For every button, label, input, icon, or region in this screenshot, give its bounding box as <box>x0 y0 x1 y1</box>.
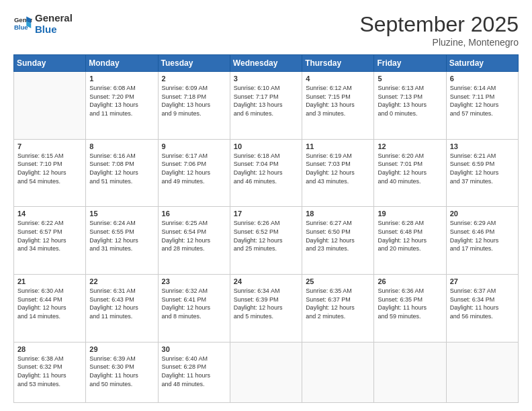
calendar-cell: 24Sunrise: 6:34 AM Sunset: 6:39 PM Dayli… <box>230 275 302 342</box>
svg-text:Blue: Blue <box>14 24 28 31</box>
calendar-cell: 25Sunrise: 6:35 AM Sunset: 6:37 PM Dayli… <box>302 275 374 342</box>
calendar-cell: 10Sunrise: 6:18 AM Sunset: 7:04 PM Dayli… <box>230 139 302 207</box>
day-number: 18 <box>306 210 370 218</box>
day-number: 13 <box>450 142 515 150</box>
calendar-cell: 2Sunrise: 6:09 AM Sunset: 7:18 PM Daylig… <box>158 72 230 140</box>
day-info: Sunrise: 6:40 AM Sunset: 6:28 PM Dayligh… <box>162 355 226 388</box>
day-number: 2 <box>162 75 226 83</box>
calendar-cell: 23Sunrise: 6:32 AM Sunset: 6:41 PM Dayli… <box>158 275 230 342</box>
calendar-cell: 26Sunrise: 6:36 AM Sunset: 6:35 PM Dayli… <box>374 275 446 342</box>
calendar-cell: 17Sunrise: 6:26 AM Sunset: 6:52 PM Dayli… <box>230 207 302 275</box>
calendar-cell: 11Sunrise: 6:19 AM Sunset: 7:03 PM Dayli… <box>302 139 374 207</box>
day-info: Sunrise: 6:09 AM Sunset: 7:18 PM Dayligh… <box>162 84 226 118</box>
day-number: 23 <box>162 277 226 285</box>
calendar-cell: 20Sunrise: 6:29 AM Sunset: 6:46 PM Dayli… <box>446 207 518 275</box>
day-number: 15 <box>89 210 154 218</box>
calendar-cell: 4Sunrise: 6:12 AM Sunset: 7:15 PM Daylig… <box>302 72 374 140</box>
logo-general: General <box>35 12 73 24</box>
day-number: 20 <box>450 210 515 218</box>
day-number: 21 <box>17 277 82 285</box>
day-info: Sunrise: 6:20 AM Sunset: 7:01 PM Dayligh… <box>378 152 442 185</box>
title-block: September 2025 Pluzine, Montenegro <box>359 12 519 48</box>
month-title: September 2025 <box>359 12 519 37</box>
calendar-cell: 16Sunrise: 6:25 AM Sunset: 6:54 PM Dayli… <box>158 207 230 275</box>
day-number: 26 <box>378 277 442 285</box>
day-number: 4 <box>306 75 370 83</box>
week-row-3: 14Sunrise: 6:22 AM Sunset: 6:57 PM Dayli… <box>14 207 519 275</box>
calendar-cell: 8Sunrise: 6:16 AM Sunset: 7:08 PM Daylig… <box>86 139 158 207</box>
day-info: Sunrise: 6:16 AM Sunset: 7:08 PM Dayligh… <box>89 152 154 185</box>
day-info: Sunrise: 6:10 AM Sunset: 7:17 PM Dayligh… <box>234 84 298 118</box>
day-info: Sunrise: 6:21 AM Sunset: 6:59 PM Dayligh… <box>450 152 515 185</box>
day-info: Sunrise: 6:13 AM Sunset: 7:13 PM Dayligh… <box>378 84 442 118</box>
day-number: 5 <box>378 75 442 83</box>
col-header-tuesday: Tuesday <box>158 55 230 72</box>
col-header-friday: Friday <box>374 55 446 72</box>
col-header-wednesday: Wednesday <box>230 55 302 72</box>
page: General Blue General Blue September 2025… <box>0 0 532 411</box>
day-info: Sunrise: 6:28 AM Sunset: 6:48 PM Dayligh… <box>378 219 442 253</box>
week-row-2: 7Sunrise: 6:15 AM Sunset: 7:10 PM Daylig… <box>14 139 519 207</box>
day-info: Sunrise: 6:32 AM Sunset: 6:41 PM Dayligh… <box>162 287 226 320</box>
calendar-cell: 15Sunrise: 6:24 AM Sunset: 6:55 PM Dayli… <box>86 207 158 275</box>
calendar-cell: 18Sunrise: 6:27 AM Sunset: 6:50 PM Dayli… <box>302 207 374 275</box>
location: Pluzine, Montenegro <box>359 37 519 48</box>
day-info: Sunrise: 6:27 AM Sunset: 6:50 PM Dayligh… <box>306 219 370 253</box>
calendar-cell <box>14 72 86 140</box>
day-number: 10 <box>234 142 298 150</box>
header: General Blue General Blue September 2025… <box>13 12 519 48</box>
day-info: Sunrise: 6:17 AM Sunset: 7:06 PM Dayligh… <box>162 152 226 185</box>
day-info: Sunrise: 6:29 AM Sunset: 6:46 PM Dayligh… <box>450 219 515 253</box>
logo-icon: General Blue <box>13 14 32 33</box>
calendar-cell: 3Sunrise: 6:10 AM Sunset: 7:17 PM Daylig… <box>230 72 302 140</box>
calendar-cell: 28Sunrise: 6:38 AM Sunset: 6:32 PM Dayli… <box>14 342 86 402</box>
calendar-cell <box>374 342 446 402</box>
day-info: Sunrise: 6:37 AM Sunset: 6:34 PM Dayligh… <box>450 287 515 320</box>
calendar-cell: 19Sunrise: 6:28 AM Sunset: 6:48 PM Dayli… <box>374 207 446 275</box>
calendar-cell <box>302 342 374 402</box>
day-info: Sunrise: 6:08 AM Sunset: 7:20 PM Dayligh… <box>89 84 154 118</box>
calendar-cell <box>230 342 302 402</box>
week-row-5: 28Sunrise: 6:38 AM Sunset: 6:32 PM Dayli… <box>14 342 519 402</box>
col-header-sunday: Sunday <box>14 55 86 72</box>
day-number: 14 <box>17 210 82 218</box>
day-number: 8 <box>89 142 154 150</box>
day-number: 1 <box>89 75 154 83</box>
day-info: Sunrise: 6:39 AM Sunset: 6:30 PM Dayligh… <box>89 355 154 388</box>
day-info: Sunrise: 6:34 AM Sunset: 6:39 PM Dayligh… <box>234 287 298 320</box>
day-info: Sunrise: 6:18 AM Sunset: 7:04 PM Dayligh… <box>234 152 298 185</box>
day-number: 19 <box>378 210 442 218</box>
calendar-cell: 12Sunrise: 6:20 AM Sunset: 7:01 PM Dayli… <box>374 139 446 207</box>
day-number: 22 <box>89 277 154 285</box>
day-info: Sunrise: 6:12 AM Sunset: 7:15 PM Dayligh… <box>306 84 370 118</box>
calendar-cell: 21Sunrise: 6:30 AM Sunset: 6:44 PM Dayli… <box>14 275 86 342</box>
calendar-cell: 27Sunrise: 6:37 AM Sunset: 6:34 PM Dayli… <box>446 275 518 342</box>
week-row-1: 1Sunrise: 6:08 AM Sunset: 7:20 PM Daylig… <box>14 72 519 140</box>
day-info: Sunrise: 6:36 AM Sunset: 6:35 PM Dayligh… <box>378 287 442 320</box>
day-number: 6 <box>450 75 515 83</box>
day-info: Sunrise: 6:15 AM Sunset: 7:10 PM Dayligh… <box>17 152 82 185</box>
day-info: Sunrise: 6:26 AM Sunset: 6:52 PM Dayligh… <box>234 219 298 253</box>
logo-blue: Blue <box>35 24 73 35</box>
col-header-monday: Monday <box>86 55 158 72</box>
day-number: 7 <box>17 142 82 150</box>
calendar-cell: 14Sunrise: 6:22 AM Sunset: 6:57 PM Dayli… <box>14 207 86 275</box>
day-info: Sunrise: 6:25 AM Sunset: 6:54 PM Dayligh… <box>162 219 226 253</box>
day-info: Sunrise: 6:38 AM Sunset: 6:32 PM Dayligh… <box>17 355 82 388</box>
day-info: Sunrise: 6:14 AM Sunset: 7:11 PM Dayligh… <box>450 84 515 118</box>
calendar-cell: 9Sunrise: 6:17 AM Sunset: 7:06 PM Daylig… <box>158 139 230 207</box>
calendar-cell: 22Sunrise: 6:31 AM Sunset: 6:43 PM Dayli… <box>86 275 158 342</box>
calendar-cell: 1Sunrise: 6:08 AM Sunset: 7:20 PM Daylig… <box>86 72 158 140</box>
col-header-thursday: Thursday <box>302 55 374 72</box>
calendar-cell: 5Sunrise: 6:13 AM Sunset: 7:13 PM Daylig… <box>374 72 446 140</box>
day-number: 11 <box>306 142 370 150</box>
day-number: 17 <box>234 210 298 218</box>
day-number: 3 <box>234 75 298 83</box>
day-number: 9 <box>162 142 226 150</box>
calendar-header-row: SundayMondayTuesdayWednesdayThursdayFrid… <box>14 55 519 72</box>
logo: General Blue General Blue <box>13 12 73 36</box>
calendar-cell: 29Sunrise: 6:39 AM Sunset: 6:30 PM Dayli… <box>86 342 158 402</box>
day-number: 24 <box>234 277 298 285</box>
day-number: 25 <box>306 277 370 285</box>
day-info: Sunrise: 6:35 AM Sunset: 6:37 PM Dayligh… <box>306 287 370 320</box>
